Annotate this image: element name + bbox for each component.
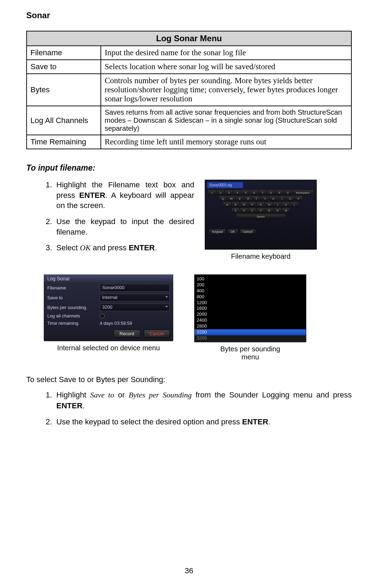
log-sonar-dialog: Log Sonar Filename Sonar0000 Save to Int… [44, 274, 173, 341]
kb-key: D [240, 202, 248, 207]
kb-key: X [240, 208, 248, 213]
kb-key: G [257, 202, 265, 207]
bps-value: 3200 [100, 303, 170, 311]
kb-key: K [282, 202, 290, 207]
kb-key: C [248, 208, 256, 213]
enter-label: ENTER [56, 401, 83, 410]
filename-label: Filename [47, 285, 100, 291]
bytes-item: 400 [195, 288, 306, 294]
step-text: from the Sounder Logging menu and press [192, 390, 352, 399]
bytes-item: 100 [195, 276, 306, 282]
row-desc: Input the desired name for the sonar log… [101, 46, 351, 60]
saveto-value: Internal [100, 294, 170, 301]
bytes-item: 2000 [195, 311, 306, 317]
kb-key: V [257, 208, 265, 213]
saveto-ref: Save to [90, 390, 114, 399]
bytes-item: 3200 [195, 335, 306, 342]
log-sonar-table: Log Sonar Menu Filename Input the desire… [26, 31, 352, 149]
bytes-item: 2800 [195, 323, 306, 329]
kb-key: S [232, 202, 239, 207]
time-label: Time remaining [47, 321, 100, 326]
kb-keypad-btn: Keypad [209, 229, 226, 234]
bytes-item: 200 [195, 282, 306, 288]
kb-key: 9 [275, 190, 283, 195]
kb-key: 5 [242, 190, 250, 195]
row-desc: Controls number of bytes per sounding. M… [101, 74, 351, 106]
step-text: Select [56, 243, 80, 252]
row-name: Save to [27, 60, 101, 74]
instruction-text: To select Save to or Bytes per Sounding: [26, 375, 352, 384]
step-text: . [155, 243, 157, 252]
kb-key: 6 [250, 190, 258, 195]
bytes-item: 1200 [195, 300, 306, 306]
logall-radio [100, 314, 105, 318]
bps-ref: Bytes per Sounding [128, 390, 191, 399]
kb-key: W [227, 196, 235, 201]
kb-key: Z [232, 208, 239, 213]
keyboard-caption: Filename keyboard [205, 252, 317, 260]
step-text: or [114, 390, 128, 399]
bytes-menu: 100 200 400 800 1200 1600 2000 2400 2800… [194, 274, 306, 342]
bytes-item: 800 [195, 294, 306, 300]
kb-key: 4 [233, 190, 241, 195]
step-text: . [268, 417, 270, 426]
cancel-button: Cancel [144, 330, 170, 338]
bytes-caption-2: menu [194, 353, 306, 361]
kb-key: Q [219, 196, 227, 201]
time-value: 4 days 03:59:59 [100, 321, 132, 326]
enter-label: ENTER [79, 191, 105, 200]
kb-key: A [223, 202, 231, 207]
kb-space: Space [236, 214, 285, 219]
table-header: Log Sonar Menu [27, 31, 351, 46]
subheading: To input filename: [26, 163, 352, 173]
step-text: and press [91, 243, 129, 252]
kb-key: R [244, 196, 252, 201]
filename-value: Sonar0000 [100, 284, 170, 292]
kb-ok-btn: OK [228, 229, 238, 234]
step-item: Use the keypad to input the desired file… [54, 216, 194, 237]
kb-backspace: Backspace [292, 190, 313, 195]
step-item: Highlight the Filename text box and pres… [54, 180, 194, 211]
row-desc: Saves returns from all active sonar freq… [101, 106, 351, 135]
step-text: Use the keypad to select the desired opt… [56, 417, 242, 426]
saveto-label: Save to [47, 295, 100, 300]
kb-key: Y [261, 196, 269, 201]
steps-list-2: Highlight Save to or Bytes per Sounding … [26, 390, 352, 428]
kb-key: B [265, 208, 273, 213]
page-number: 36 [0, 566, 378, 575]
dialog-title: Log Sonar [44, 274, 173, 283]
kb-key: 2 [217, 190, 224, 195]
kb-key: H [265, 202, 273, 207]
bytes-item-selected: 3200 [195, 329, 306, 335]
record-button: Record [114, 330, 140, 338]
row-name: Time Remaining [27, 135, 101, 149]
kb-key: 8 [267, 190, 275, 195]
kb-key: L [290, 202, 298, 207]
kb-key: 7 [259, 190, 266, 195]
dialog-caption: Internal selected on device menu [44, 344, 173, 352]
filename-field: Sonar0003.slg [207, 182, 243, 188]
row-desc: Selects location where sonar log will be… [101, 60, 351, 74]
row-name: Bytes [27, 74, 101, 106]
bps-label: Bytes per sounding [47, 305, 100, 310]
step-item: Highlight Save to or Bytes per Sounding … [54, 390, 352, 411]
bytes-item: 2400 [195, 317, 306, 323]
kb-key: 1 [208, 190, 216, 195]
keyboard-figure: Sonar0003.slg 1 2 3 4 5 6 7 8 9 0 Backsp… [205, 180, 317, 250]
bytes-caption-1: Bytes per sounding [194, 345, 306, 353]
kb-key: O [286, 196, 294, 201]
section-heading: Sonar [26, 10, 352, 20]
step-text: Highlight [56, 390, 90, 399]
bytes-item: 1600 [195, 306, 306, 311]
enter-label: ENTER [129, 243, 155, 252]
kb-key: 3 [225, 190, 233, 195]
kb-key: P [295, 196, 302, 201]
step-text: . [83, 401, 85, 410]
row-desc: Recording time left until memory storage… [101, 135, 351, 149]
kb-key: I [278, 196, 286, 201]
enter-label: ENTER [242, 417, 268, 426]
kb-key: N [274, 208, 281, 213]
logall-label: Log all channels [47, 313, 100, 318]
kb-key: M [282, 208, 290, 213]
ok-label: OK [80, 243, 91, 252]
